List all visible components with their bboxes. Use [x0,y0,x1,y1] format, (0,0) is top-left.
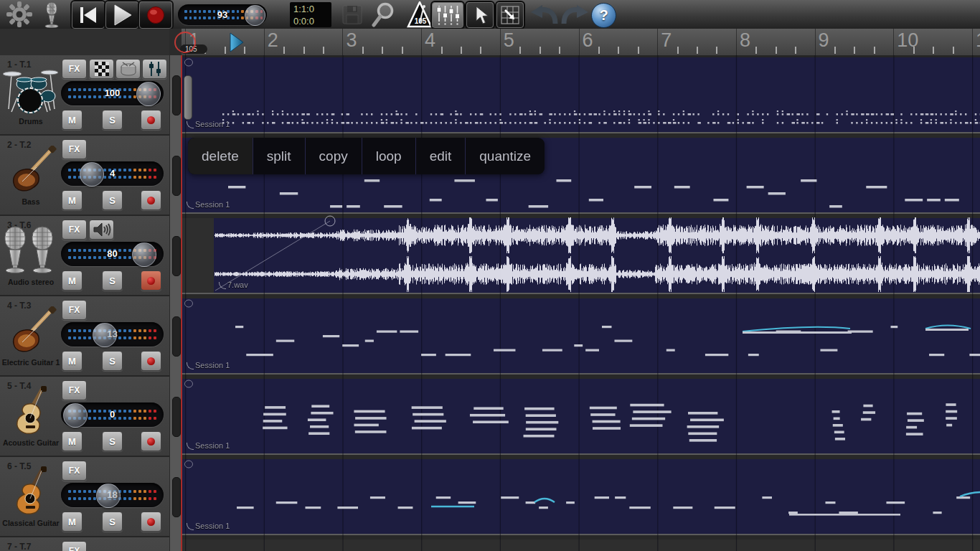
menu-item-delete[interactable]: delete [188,138,253,174]
grid-select-tool-button[interactable] [496,2,524,28]
solo-button[interactable]: S [102,431,123,451]
ruler-tick [540,47,541,54]
solo-button[interactable]: S [102,351,123,371]
record-arm-button[interactable] [141,431,161,451]
fx-button[interactable]: FX [62,220,87,240]
ruler-tick [933,47,934,54]
track-volume-knob[interactable] [93,323,117,347]
mute-button[interactable]: M [62,351,83,371]
menu-item-copy[interactable]: copy [306,138,362,174]
save-button[interactable] [340,4,364,25]
bar-number: 5 [504,29,514,52]
solo-button[interactable]: S [102,512,123,532]
rewind-button[interactable] [72,1,105,29]
track-volume-knob[interactable] [136,82,161,106]
mute-button[interactable]: M [62,431,83,451]
clip-label-text: Session 1 [195,361,230,369]
mics-icon [2,225,60,278]
solo-button[interactable]: S [102,270,123,291]
record-arm-button[interactable] [141,110,161,130]
drum-pad-button[interactable] [116,59,141,79]
timeline-clip-track1[interactable] [182,57,980,132]
fx-button[interactable]: FX [62,541,87,551]
settings-gear-icon[interactable] [4,1,34,28]
track-volume-knob[interactable] [63,403,88,428]
record-arm-button[interactable] [141,512,161,532]
track-volume-slider[interactable]: 18 [61,483,164,507]
master-volume-slider[interactable]: 93 [178,4,267,25]
channel-sliders-button[interactable] [142,59,167,79]
fx-button[interactable]: FX [62,59,87,79]
bar-number: 7 [661,29,672,52]
speaker-icon [93,222,111,237]
arrange-area[interactable]: Session 1 Session 1 7.wav Session 1 Sess… [182,55,980,551]
fx-button[interactable]: FX [62,461,87,481]
track-row-2[interactable]: 2 - T.2 Bass FX 4 M S [0,136,169,216]
track-volume-slider[interactable]: 13 [61,322,164,347]
track-volume-slider[interactable]: 100 [61,81,164,105]
track-row-7[interactable]: 7 - T.7 FX [0,537,169,551]
clip-label-curve-icon [187,523,194,530]
menu-item-quantize[interactable]: quantize [466,138,545,174]
mute-button[interactable]: M [62,512,83,532]
track-volume-knob[interactable] [132,242,156,267]
track-row-4[interactable]: 4 - T.3 Electric Guitar 1 FX 13 M S [0,296,169,377]
track-row-1[interactable]: 1 - T.1 Drums FX 100 M S [0,55,169,136]
track-volume-knob[interactable] [96,484,121,508]
clip-context-menu: deletesplitcopyloopeditquantize [188,138,545,174]
timeline-clip-track6[interactable] [182,459,980,534]
timeline-ruler[interactable]: 1234567891011 [182,29,980,56]
fx-button[interactable]: FX [62,380,87,400]
mute-button[interactable]: M [62,270,83,291]
edit-cursor-line[interactable] [181,55,182,551]
track-scroll-handle[interactable] [172,477,181,517]
microphone-button[interactable] [39,1,65,28]
track-scroll-handle[interactable] [172,397,181,437]
menu-item-edit[interactable]: edit [416,138,466,174]
time-position: 1:1:0 [293,3,331,15]
menu-item-split[interactable]: split [253,138,306,174]
mute-button[interactable]: M [62,110,83,130]
redo-button[interactable] [560,3,590,26]
fx-button[interactable]: FX [62,139,87,159]
record-button[interactable] [139,1,172,29]
play-button[interactable] [105,1,138,29]
loop-marker-circle[interactable] [174,32,196,53]
ruler-tick [598,47,600,54]
timeline-clip-track4[interactable] [182,298,980,373]
vertical-scrollbar-thumb[interactable] [184,75,192,120]
mixer-button[interactable] [432,2,463,28]
menu-item-loop[interactable]: loop [362,138,416,174]
help-button[interactable]: ? [591,3,616,28]
timeline-clip-track5[interactable] [182,379,980,453]
track-row-5[interactable]: 5 - T.4 Acoustic Guitar FX 0 M S [0,377,169,457]
track-scroll-handle[interactable] [172,236,181,276]
pattern-grid-button[interactable] [89,59,114,79]
track-volume-slider[interactable]: 0 [61,402,164,427]
record-arm-button[interactable] [141,351,161,371]
track-scroll-handle[interactable] [172,156,181,196]
zoom-button[interactable] [369,2,397,27]
solo-button[interactable]: S [102,190,123,210]
record-arm-button[interactable] [141,270,161,291]
play-cursor[interactable] [230,32,244,55]
track-scroll-handle[interactable] [172,316,181,357]
ruler-tick [559,47,560,54]
track-volume-slider[interactable]: 4 [61,161,164,186]
timeline-clip-track3[interactable] [182,218,980,293]
record-dot-icon [147,116,155,124]
speaker-button[interactable] [89,220,114,240]
mute-button[interactable]: M [62,190,83,210]
fx-button[interactable]: FX [62,300,87,320]
undo-button[interactable] [529,3,559,26]
track-row-3[interactable]: 3 - T.6 Audio stereo FX 80 M S [0,216,169,296]
track-volume-slider[interactable]: 80 [61,242,164,266]
bar-number: 10 [897,29,918,52]
track-volume-knob[interactable] [80,162,104,187]
solo-button[interactable]: S [102,110,123,130]
cursor-tool-button[interactable] [466,2,494,28]
record-arm-button[interactable] [141,190,161,210]
track-row-6[interactable]: 6 - T.5 Classical Guitar FX 18 M S [0,457,169,537]
track-scroll-handle[interactable] [172,75,181,116]
master-volume-knob[interactable] [245,5,265,26]
